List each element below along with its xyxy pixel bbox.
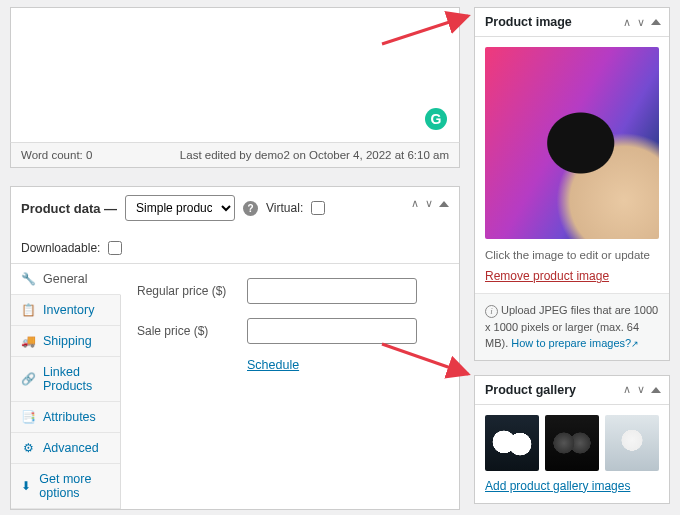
product-data-fields: Regular price ($) Sale price ($) Schedul… <box>121 264 459 509</box>
tab-inventory[interactable]: 📋 Inventory <box>11 295 120 326</box>
external-link-icon: ↗ <box>631 339 639 349</box>
product-image-title: Product image <box>485 15 572 29</box>
product-gallery-panel: Product gallery ∧ ∨ Add product gallery … <box>474 375 670 504</box>
tab-shipping[interactable]: 🚚 Shipping <box>11 326 120 357</box>
truck-icon: 🚚 <box>21 334 35 348</box>
editor-content-area[interactable]: G <box>10 7 460 142</box>
product-data-panel: Product data — Simple product ? Virtual:… <box>10 186 460 510</box>
tab-general[interactable]: 🔧 General <box>11 264 121 295</box>
chevron-up-icon[interactable]: ∧ <box>623 383 631 396</box>
toggle-panel-icon[interactable] <box>651 19 661 25</box>
info-icon: i <box>485 305 498 318</box>
list-icon: 📑 <box>21 410 35 424</box>
product-data-header: Product data — Simple product ? Virtual:… <box>11 187 459 264</box>
wrench-icon: 🔧 <box>21 272 35 286</box>
toggle-panel-icon[interactable] <box>439 201 449 207</box>
tab-label: Shipping <box>43 334 92 348</box>
product-gallery-title: Product gallery <box>485 383 576 397</box>
product-data-tabs: 🔧 General 📋 Inventory 🚚 Shipping 🔗 Linke… <box>11 264 121 509</box>
downloadable-checkbox[interactable] <box>108 241 122 255</box>
link-icon: 🔗 <box>21 372 35 386</box>
chevron-up-icon[interactable]: ∧ <box>411 197 419 210</box>
grammarly-icon[interactable]: G <box>425 108 447 130</box>
downloadable-label: Downloadable: <box>21 241 100 255</box>
gallery-thumbnails <box>485 415 659 471</box>
tab-linked-products[interactable]: 🔗 Linked Products <box>11 357 120 402</box>
tab-attributes[interactable]: 📑 Attributes <box>11 402 120 433</box>
product-data-title: Product data — <box>21 201 117 216</box>
remove-product-image-link[interactable]: Remove product image <box>485 269 659 283</box>
gallery-thumb[interactable] <box>485 415 539 471</box>
product-image-preview[interactable] <box>485 47 659 239</box>
tab-label: Linked Products <box>43 365 110 393</box>
prepare-images-link[interactable]: How to prepare images?↗ <box>511 337 639 349</box>
add-gallery-images-link[interactable]: Add product gallery images <box>485 479 659 493</box>
gear-icon: ⚙ <box>21 441 35 455</box>
chevron-up-icon[interactable]: ∧ <box>623 16 631 29</box>
word-count: Word count: 0 <box>21 149 92 161</box>
gallery-thumb[interactable] <box>545 415 599 471</box>
download-icon: ⬇ <box>21 479 31 493</box>
editor-status-bar: Word count: 0 Last edited by demo2 on Oc… <box>10 142 460 168</box>
regular-price-label: Regular price ($) <box>137 284 237 298</box>
tab-label: Get more options <box>39 472 110 500</box>
chevron-down-icon[interactable]: ∨ <box>425 197 433 210</box>
virtual-checkbox[interactable] <box>311 201 325 215</box>
product-image-hint: Click the image to edit or update <box>485 249 659 261</box>
tab-label: Advanced <box>43 441 99 455</box>
virtual-label: Virtual: <box>266 201 303 215</box>
tab-advanced[interactable]: ⚙ Advanced <box>11 433 120 464</box>
product-image-panel: Product image ∧ ∨ Click the image to edi… <box>474 7 670 361</box>
sale-price-input[interactable] <box>247 318 417 344</box>
last-edited: Last edited by demo2 on October 4, 2022 … <box>180 149 449 161</box>
help-icon[interactable]: ? <box>243 201 258 216</box>
toggle-panel-icon[interactable] <box>651 387 661 393</box>
product-type-select[interactable]: Simple product <box>125 195 235 221</box>
tab-get-more[interactable]: ⬇ Get more options <box>11 464 120 509</box>
tab-label: Attributes <box>43 410 96 424</box>
tab-label: Inventory <box>43 303 94 317</box>
gallery-thumb[interactable] <box>605 415 659 471</box>
tab-label: General <box>43 272 87 286</box>
chevron-down-icon[interactable]: ∨ <box>637 16 645 29</box>
regular-price-input[interactable] <box>247 278 417 304</box>
schedule-link[interactable]: Schedule <box>247 358 443 372</box>
upload-hint: iUpload JPEG files that are 1000 x 1000 … <box>475 293 669 360</box>
chevron-down-icon[interactable]: ∨ <box>637 383 645 396</box>
sale-price-label: Sale price ($) <box>137 324 237 338</box>
clipboard-icon: 📋 <box>21 303 35 317</box>
